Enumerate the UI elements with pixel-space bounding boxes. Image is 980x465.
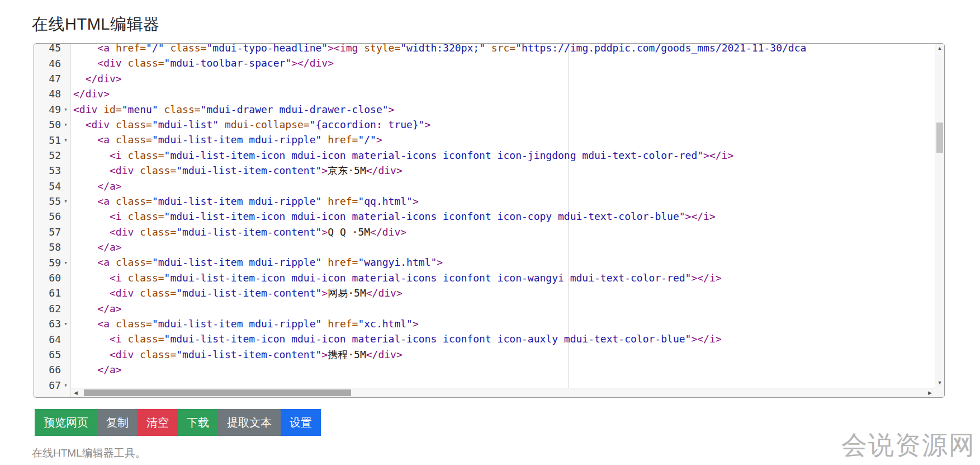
fold-arrow-icon[interactable]: ▾ xyxy=(61,320,70,327)
vertical-scrollbar[interactable]: ▲ ▼ xyxy=(935,44,944,388)
download-button[interactable]: 下载 xyxy=(178,409,218,436)
line-number: 48 xyxy=(34,88,61,100)
line-number-gutter: 4546474849▾50▾51▾52535455▾56575859▾60616… xyxy=(34,44,71,397)
code-line[interactable]: <a class="mdui-list-item mdui-ripple" hr… xyxy=(73,316,935,331)
line-number: 67 xyxy=(34,379,61,391)
line-number-row: 55▾ xyxy=(34,194,70,209)
line-number-row: 50▾ xyxy=(34,117,70,132)
code-line[interactable]: <div class="mdui-list" mdui-collapse="{a… xyxy=(73,117,935,132)
horizontal-scrollbar-thumb[interactable] xyxy=(84,389,351,396)
line-number-row: 52 xyxy=(34,148,70,163)
code-line[interactable]: <div class="mdui-list-item-content">Q Q … xyxy=(73,224,935,239)
line-number: 46 xyxy=(34,58,61,69)
line-number-row: 49▾ xyxy=(34,102,70,117)
line-number-row: 59▾ xyxy=(34,255,70,270)
code-line[interactable]: <a class="mdui-list-item mdui-ripple" hr… xyxy=(73,194,935,209)
line-number-row: 48 xyxy=(34,86,70,101)
page-title: 在线HTML编辑器 xyxy=(32,13,159,36)
line-number-row: 65 xyxy=(34,347,70,362)
fold-arrow-icon[interactable]: ▾ xyxy=(61,382,70,389)
line-number-row: 61 xyxy=(34,285,70,300)
scroll-left-icon[interactable]: ◀ xyxy=(71,388,81,397)
extract-text-button[interactable]: 提取文本 xyxy=(218,409,281,436)
footer-note: 在线HTML编辑器工具。 xyxy=(32,446,146,461)
line-number-row: 45 xyxy=(34,44,70,55)
line-number-row: 53 xyxy=(34,163,70,178)
code-line[interactable]: </div> xyxy=(73,71,935,86)
copy-button[interactable]: 复制 xyxy=(97,409,138,436)
line-number: 49 xyxy=(34,104,61,115)
fold-arrow-icon[interactable]: ▾ xyxy=(61,137,70,144)
preview-button[interactable]: 预览网页 xyxy=(35,409,97,436)
line-number-row: 54 xyxy=(34,179,70,194)
line-number: 52 xyxy=(34,149,61,161)
code-line[interactable]: </a> xyxy=(73,179,935,194)
line-number-row: 51▾ xyxy=(34,132,70,147)
vertical-scrollbar-thumb[interactable] xyxy=(936,123,943,153)
fold-arrow-icon[interactable]: ▾ xyxy=(61,121,70,128)
line-number: 66 xyxy=(34,364,61,375)
line-number-row: 62 xyxy=(34,301,70,316)
code-line[interactable]: <i class="mdui-list-item-icon mdui-icon … xyxy=(73,209,935,224)
line-number-row: 46 xyxy=(34,55,70,71)
scrollbar-corner xyxy=(935,388,944,397)
line-number: 47 xyxy=(34,73,61,84)
line-number: 64 xyxy=(34,334,61,345)
line-number-row: 47 xyxy=(34,71,70,86)
clear-button[interactable]: 清空 xyxy=(138,409,178,436)
line-number: 63 xyxy=(34,318,61,330)
page: 在线HTML编辑器 4546474849▾50▾51▾52535455▾5657… xyxy=(0,0,980,465)
line-number: 57 xyxy=(34,226,61,238)
code-line[interactable]: </a> xyxy=(73,362,935,377)
line-number-row: 57 xyxy=(34,224,70,239)
watermark: 会说资源网 xyxy=(841,428,976,463)
code-line[interactable]: <div class="mdui-toolbar-spacer"></div> xyxy=(73,55,935,71)
code-line[interactable]: <i class="mdui-list-item-icon mdui-icon … xyxy=(73,270,935,285)
code-line[interactable]: <a class="mdui-list-item mdui-ripple" hr… xyxy=(73,255,935,270)
code-content[interactable]: <a href="/" class="mdui-typo-headline"><… xyxy=(71,44,935,388)
line-number: 51 xyxy=(34,134,61,146)
line-number-row: 67▾ xyxy=(34,378,70,393)
code-line[interactable]: <i class="mdui-list-item-icon mdui-icon … xyxy=(73,148,935,163)
code-editor: 4546474849▾50▾51▾52535455▾56575859▾60616… xyxy=(34,43,945,398)
scroll-right-icon[interactable]: ▶ xyxy=(925,388,935,397)
code-line[interactable]: <div class="mdui-list-item-content">京东·5… xyxy=(73,163,935,178)
line-number: 65 xyxy=(34,349,61,360)
fold-arrow-icon[interactable]: ▾ xyxy=(61,106,70,113)
gutter-rows: 4546474849▾50▾51▾52535455▾56575859▾60616… xyxy=(34,44,70,393)
line-number: 50 xyxy=(34,119,61,130)
line-number: 45 xyxy=(34,44,61,54)
horizontal-scrollbar[interactable]: ◀ ▶ xyxy=(71,388,935,397)
line-number-row: 58 xyxy=(34,239,70,255)
code-line[interactable]: <div class="mdui-list-item-content">携程·5… xyxy=(73,347,935,362)
fold-arrow-icon[interactable]: ▾ xyxy=(61,259,70,266)
line-number: 55 xyxy=(34,195,61,207)
line-number: 56 xyxy=(34,210,61,222)
line-number-row: 56 xyxy=(34,209,70,224)
code-area[interactable]: <a href="/" class="mdui-typo-headline"><… xyxy=(71,44,935,388)
scroll-up-icon[interactable]: ▲ xyxy=(935,44,944,53)
line-number: 62 xyxy=(34,303,61,314)
code-line[interactable]: </div> xyxy=(73,86,935,101)
code-line[interactable]: </a> xyxy=(73,301,935,316)
line-number: 53 xyxy=(34,165,61,176)
line-number: 61 xyxy=(34,287,61,299)
code-line[interactable]: <a class="mdui-list-item mdui-ripple" hr… xyxy=(73,132,935,147)
line-number-row: 60 xyxy=(34,270,70,285)
line-number: 59 xyxy=(34,257,61,269)
line-number-row: 63▾ xyxy=(34,316,70,331)
line-number-row: 64 xyxy=(34,331,70,346)
code-line[interactable]: </a> xyxy=(73,239,935,255)
code-line[interactable]: <div id="menu" class="mdui-drawer mdui-d… xyxy=(73,102,935,117)
code-line[interactable]: <i class="mdui-list-item-icon mdui-icon … xyxy=(73,331,935,346)
code-line[interactable] xyxy=(73,378,935,388)
code-line[interactable]: <a href="/" class="mdui-typo-headline"><… xyxy=(73,44,935,55)
fold-arrow-icon[interactable]: ▾ xyxy=(61,198,70,205)
code-line[interactable]: <div class="mdui-list-item-content">网易·5… xyxy=(73,285,935,300)
line-number: 54 xyxy=(34,180,61,192)
settings-button[interactable]: 设置 xyxy=(281,409,321,436)
line-number: 58 xyxy=(34,241,61,253)
line-number-row: 66 xyxy=(34,362,70,377)
action-buttons: 预览网页复制清空下载提取文本设置 xyxy=(35,409,321,436)
scroll-down-icon[interactable]: ▼ xyxy=(935,378,944,388)
